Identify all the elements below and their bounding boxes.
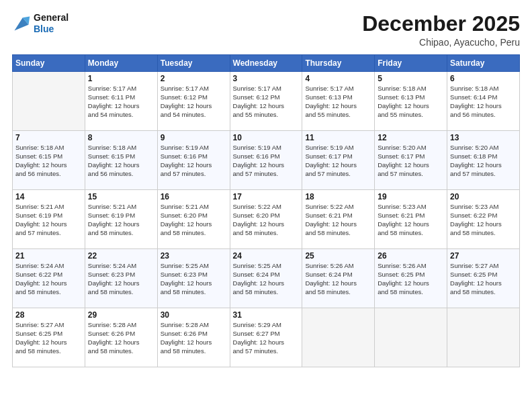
calendar-cell: 30Sunrise: 5:28 AM Sunset: 6:26 PM Dayli… xyxy=(157,308,230,367)
calendar-cell xyxy=(13,72,85,131)
day-info: Sunrise: 5:21 AM Sunset: 6:20 PM Dayligh… xyxy=(161,203,227,237)
day-number: 14 xyxy=(15,192,82,201)
weekday-header: Sunday xyxy=(13,55,85,72)
logo-text: General Blue xyxy=(34,12,69,35)
calendar-cell: 12Sunrise: 5:20 AM Sunset: 6:17 PM Dayli… xyxy=(375,131,447,190)
calendar-week-row: 28Sunrise: 5:27 AM Sunset: 6:25 PM Dayli… xyxy=(13,308,520,367)
calendar-cell: 6Sunrise: 5:18 AM Sunset: 6:14 PM Daylig… xyxy=(447,72,520,131)
day-number: 23 xyxy=(161,251,227,261)
calendar-cell: 5Sunrise: 5:18 AM Sunset: 6:13 PM Daylig… xyxy=(375,72,447,131)
weekday-header: Tuesday xyxy=(157,55,230,72)
day-number: 13 xyxy=(450,133,517,142)
calendar-cell: 29Sunrise: 5:28 AM Sunset: 6:26 PM Dayli… xyxy=(85,308,157,367)
weekday-header: Saturday xyxy=(447,55,520,72)
calendar-cell: 22Sunrise: 5:24 AM Sunset: 6:23 PM Dayli… xyxy=(85,249,157,308)
calendar-cell: 25Sunrise: 5:26 AM Sunset: 6:24 PM Dayli… xyxy=(302,249,375,308)
day-number: 27 xyxy=(450,251,517,261)
day-number: 18 xyxy=(305,192,371,201)
calendar-cell xyxy=(447,308,520,367)
day-info: Sunrise: 5:23 AM Sunset: 6:21 PM Dayligh… xyxy=(378,203,444,237)
page: General Blue December 2025 Chipao, Ayacu… xyxy=(0,0,532,411)
day-info: Sunrise: 5:20 AM Sunset: 6:17 PM Dayligh… xyxy=(378,144,444,178)
day-number: 22 xyxy=(88,251,154,261)
calendar-cell: 21Sunrise: 5:24 AM Sunset: 6:22 PM Dayli… xyxy=(13,249,85,308)
location: Chipao, Ayacucho, Peru xyxy=(362,37,520,48)
calendar-cell: 17Sunrise: 5:22 AM Sunset: 6:20 PM Dayli… xyxy=(230,190,302,249)
day-info: Sunrise: 5:24 AM Sunset: 6:23 PM Dayligh… xyxy=(88,262,154,296)
calendar-cell: 27Sunrise: 5:27 AM Sunset: 6:25 PM Dayli… xyxy=(447,249,520,308)
calendar-cell xyxy=(302,308,375,367)
day-number: 6 xyxy=(450,74,517,83)
calendar-cell: 11Sunrise: 5:19 AM Sunset: 6:17 PM Dayli… xyxy=(302,131,375,190)
day-number: 21 xyxy=(15,251,82,261)
header: General Blue December 2025 Chipao, Ayacu… xyxy=(12,12,520,48)
day-number: 19 xyxy=(378,192,444,201)
calendar-cell: 20Sunrise: 5:23 AM Sunset: 6:22 PM Dayli… xyxy=(447,190,520,249)
calendar-cell xyxy=(375,308,447,367)
calendar-cell: 8Sunrise: 5:18 AM Sunset: 6:15 PM Daylig… xyxy=(85,131,157,190)
calendar-cell: 1Sunrise: 5:17 AM Sunset: 6:11 PM Daylig… xyxy=(85,72,157,131)
day-info: Sunrise: 5:29 AM Sunset: 6:27 PM Dayligh… xyxy=(233,321,300,355)
day-number: 5 xyxy=(378,74,444,83)
day-number: 25 xyxy=(305,251,371,261)
day-info: Sunrise: 5:17 AM Sunset: 6:13 PM Dayligh… xyxy=(305,85,371,119)
day-number: 9 xyxy=(161,133,227,142)
day-number: 26 xyxy=(378,251,444,261)
day-number: 10 xyxy=(233,133,300,142)
day-info: Sunrise: 5:27 AM Sunset: 6:25 PM Dayligh… xyxy=(450,262,517,296)
day-number: 17 xyxy=(233,192,300,201)
day-info: Sunrise: 5:17 AM Sunset: 6:12 PM Dayligh… xyxy=(161,85,227,119)
day-info: Sunrise: 5:25 AM Sunset: 6:23 PM Dayligh… xyxy=(161,262,227,296)
title-block: December 2025 Chipao, Ayacucho, Peru xyxy=(362,12,520,48)
calendar-week-row: 14Sunrise: 5:21 AM Sunset: 6:19 PM Dayli… xyxy=(13,190,520,249)
day-info: Sunrise: 5:17 AM Sunset: 6:11 PM Dayligh… xyxy=(88,85,154,119)
day-info: Sunrise: 5:22 AM Sunset: 6:20 PM Dayligh… xyxy=(233,203,300,237)
calendar-table: SundayMondayTuesdayWednesdayThursdayFrid… xyxy=(12,54,520,367)
day-number: 2 xyxy=(161,74,227,83)
calendar-cell: 24Sunrise: 5:25 AM Sunset: 6:24 PM Dayli… xyxy=(230,249,302,308)
day-info: Sunrise: 5:28 AM Sunset: 6:26 PM Dayligh… xyxy=(161,321,227,355)
day-number: 1 xyxy=(88,74,154,83)
day-number: 28 xyxy=(15,310,82,320)
weekday-header: Monday xyxy=(85,55,157,72)
day-number: 30 xyxy=(161,310,227,320)
day-info: Sunrise: 5:26 AM Sunset: 6:25 PM Dayligh… xyxy=(378,262,444,296)
day-info: Sunrise: 5:19 AM Sunset: 6:16 PM Dayligh… xyxy=(233,144,300,178)
calendar-cell: 31Sunrise: 5:29 AM Sunset: 6:27 PM Dayli… xyxy=(230,308,302,367)
day-info: Sunrise: 5:27 AM Sunset: 6:25 PM Dayligh… xyxy=(15,321,82,355)
day-info: Sunrise: 5:18 AM Sunset: 6:15 PM Dayligh… xyxy=(15,144,82,178)
day-info: Sunrise: 5:20 AM Sunset: 6:18 PM Dayligh… xyxy=(450,144,517,178)
day-info: Sunrise: 5:21 AM Sunset: 6:19 PM Dayligh… xyxy=(88,203,154,237)
day-info: Sunrise: 5:18 AM Sunset: 6:14 PM Dayligh… xyxy=(450,85,517,119)
calendar-cell: 19Sunrise: 5:23 AM Sunset: 6:21 PM Dayli… xyxy=(375,190,447,249)
calendar-week-row: 7Sunrise: 5:18 AM Sunset: 6:15 PM Daylig… xyxy=(13,131,520,190)
calendar-header-row: SundayMondayTuesdayWednesdayThursdayFrid… xyxy=(13,55,520,72)
day-number: 29 xyxy=(88,310,154,320)
calendar-cell: 28Sunrise: 5:27 AM Sunset: 6:25 PM Dayli… xyxy=(13,308,85,367)
day-info: Sunrise: 5:19 AM Sunset: 6:16 PM Dayligh… xyxy=(161,144,227,178)
day-number: 8 xyxy=(88,133,154,142)
calendar-cell: 13Sunrise: 5:20 AM Sunset: 6:18 PM Dayli… xyxy=(447,131,520,190)
day-info: Sunrise: 5:22 AM Sunset: 6:21 PM Dayligh… xyxy=(305,203,371,237)
day-info: Sunrise: 5:23 AM Sunset: 6:22 PM Dayligh… xyxy=(450,203,517,237)
calendar-cell: 26Sunrise: 5:26 AM Sunset: 6:25 PM Dayli… xyxy=(375,249,447,308)
day-number: 16 xyxy=(161,192,227,201)
day-info: Sunrise: 5:18 AM Sunset: 6:13 PM Dayligh… xyxy=(378,85,444,119)
calendar-week-row: 21Sunrise: 5:24 AM Sunset: 6:22 PM Dayli… xyxy=(13,249,520,308)
calendar-cell: 23Sunrise: 5:25 AM Sunset: 6:23 PM Dayli… xyxy=(157,249,230,308)
calendar-cell: 18Sunrise: 5:22 AM Sunset: 6:21 PM Dayli… xyxy=(302,190,375,249)
month-title: December 2025 xyxy=(362,12,520,36)
day-number: 4 xyxy=(305,74,371,83)
day-info: Sunrise: 5:17 AM Sunset: 6:12 PM Dayligh… xyxy=(233,85,300,119)
day-number: 24 xyxy=(233,251,300,261)
day-info: Sunrise: 5:21 AM Sunset: 6:19 PM Dayligh… xyxy=(15,203,82,237)
day-number: 3 xyxy=(233,74,300,83)
weekday-header: Thursday xyxy=(302,55,375,72)
weekday-header: Wednesday xyxy=(230,55,302,72)
calendar-cell: 14Sunrise: 5:21 AM Sunset: 6:19 PM Dayli… xyxy=(13,190,85,249)
day-info: Sunrise: 5:24 AM Sunset: 6:22 PM Dayligh… xyxy=(15,262,82,296)
day-number: 11 xyxy=(305,133,371,142)
calendar-cell: 2Sunrise: 5:17 AM Sunset: 6:12 PM Daylig… xyxy=(157,72,230,131)
calendar-cell: 10Sunrise: 5:19 AM Sunset: 6:16 PM Dayli… xyxy=(230,131,302,190)
day-info: Sunrise: 5:25 AM Sunset: 6:24 PM Dayligh… xyxy=(233,262,300,296)
